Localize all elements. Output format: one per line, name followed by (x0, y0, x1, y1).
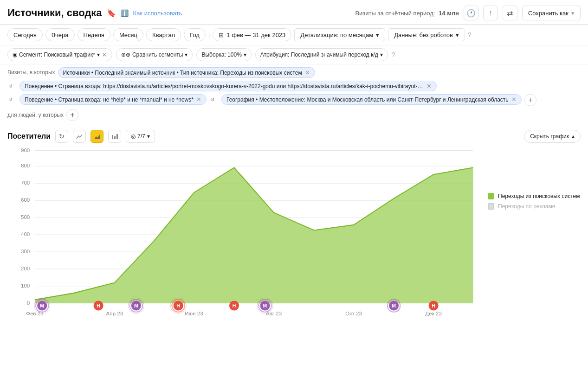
svg-text:500: 500 (21, 214, 30, 220)
visits-in-label: Визиты, в которых (7, 67, 55, 77)
date-range-button[interactable]: ⊞ 1 фев — 31 дек 2023 (213, 28, 291, 41)
svg-text:М: М (40, 303, 44, 308)
page-title: Источники, сводка (7, 7, 102, 19)
how-to-use-link[interactable]: Как использовать (133, 10, 182, 17)
add-condition-button[interactable]: + (524, 94, 536, 106)
compare-button[interactable]: ⊕⊕ Сравнить сегменты ▾ (116, 48, 193, 61)
svg-text:Дек 23: Дек 23 (425, 310, 442, 316)
detail-button[interactable]: Детализация: по месяцам ▾ (294, 28, 385, 41)
pill-close-icon[interactable]: ✕ (305, 69, 310, 76)
filter-icon: ◎ (131, 133, 136, 140)
and-label-2: и (7, 94, 17, 104)
svg-rect-1 (112, 135, 113, 139)
svg-text:Н: Н (176, 303, 180, 308)
chevron-down-icon: ▾ (456, 32, 459, 38)
condition-pill-3b[interactable]: География • Местоположение: Москва и Мос… (221, 94, 522, 105)
svg-text:300: 300 (21, 248, 30, 254)
pill-close-icon[interactable]: ✕ (426, 83, 432, 90)
line-chart-icon (76, 133, 83, 140)
svg-text:400: 400 (21, 231, 30, 237)
condition-row-3: и Поведение • Страница входа: не *help* … (7, 94, 581, 106)
bar-chart-button[interactable] (108, 130, 121, 143)
period-quarter[interactable]: Квартал (146, 28, 181, 41)
svg-text:Окт 23: Окт 23 (345, 310, 362, 316)
chart-wrap: 0 100 200 300 400 500 600 700 800 900 (7, 147, 478, 324)
export-button[interactable]: ↑ (483, 6, 498, 20)
chart-svg: 0 100 200 300 400 500 600 700 800 900 (7, 147, 478, 323)
condition-row-people: для людей, у которых + (7, 109, 581, 121)
svg-text:900: 900 (21, 147, 30, 153)
chevron-down-icon: ▾ (380, 51, 383, 58)
area-chart-button[interactable] (90, 130, 103, 143)
and-label: и (7, 81, 17, 91)
and-label-3: и (209, 94, 219, 104)
filter-bar: ◉ Сегмент: Поисковый трафик* ▾ ✕ ⊕⊕ Срав… (0, 45, 588, 64)
svg-text:0: 0 (27, 300, 30, 306)
svg-text:М: М (392, 303, 396, 308)
visits-label: Визиты за отчётный период: 14 млн (355, 10, 459, 17)
svg-rect-2 (114, 136, 116, 139)
svg-text:Н: Н (233, 303, 236, 308)
period-year[interactable]: Год (184, 28, 206, 41)
condition-row-1: Визиты, в которых Источники • Последний … (7, 67, 581, 78)
conditions-area: Визиты, в которых Источники • Последний … (0, 64, 588, 124)
add-people-condition-button[interactable]: + (66, 109, 78, 121)
people-label: для людей, у которых (7, 112, 64, 118)
chart-area (35, 167, 473, 303)
segment-button[interactable]: ◉ Сегмент: Поисковый трафик* ▾ ✕ (7, 48, 112, 61)
separator: | (208, 32, 210, 38)
segment-close-icon[interactable]: ✕ (102, 51, 107, 58)
legend-item-2: Переходы по рекламе (488, 203, 581, 210)
bar-chart-icon (111, 133, 118, 140)
svg-text:М: М (134, 303, 138, 308)
period-yesterday[interactable]: Вчера (45, 28, 75, 41)
line-chart-button[interactable] (73, 130, 86, 143)
chevron-down-icon: ▾ (147, 133, 150, 140)
condition-pill-2[interactable]: Поведение • Страница входа: https://dost… (19, 81, 437, 91)
chart-header: Посетители ↻ ◎ 7/7 ▾ Скрыть график ▴ (7, 130, 581, 143)
chevron-up-icon: ▴ (572, 133, 575, 140)
period-month[interactable]: Месяц (113, 28, 143, 41)
period-week[interactable]: Неделя (78, 28, 110, 41)
period-bar: Сегодня Вчера Неделя Месяц Квартал Год |… (0, 25, 588, 45)
refresh-chart-button[interactable]: ↻ (55, 130, 68, 143)
svg-rect-3 (116, 134, 118, 139)
chart-legend: Переходы из поисковых систем Переходы по… (488, 147, 581, 324)
svg-text:600: 600 (21, 197, 30, 203)
condition-pill-3a[interactable]: Поведение • Страница входа: не *help* и … (19, 94, 207, 105)
condition-pill-1[interactable]: Источники • Последний значимый источник … (58, 67, 315, 78)
svg-text:Н: Н (432, 303, 435, 308)
pill-close-icon[interactable]: ✕ (511, 96, 517, 103)
chevron-down-icon: ▾ (244, 51, 246, 58)
chevron-down-icon: ▾ (97, 51, 100, 58)
period-today[interactable]: Сегодня (7, 28, 43, 41)
legend-check-2[interactable] (488, 203, 494, 210)
share-button[interactable]: ⇄ (503, 6, 517, 20)
attr-button[interactable]: Атрибуция: Последний значимый переход к/… (255, 48, 388, 61)
save-as-button[interactable]: Сохранить как ▾ (522, 6, 581, 20)
svg-text:М: М (263, 303, 267, 308)
page-header: Источники, сводка 🔖 ℹ️ Как использовать … (0, 0, 588, 25)
attr-help-icon[interactable]: ? (392, 51, 395, 58)
bookmark-icon[interactable]: 🔖 (107, 9, 116, 18)
metrics-count-button[interactable]: ◎ 7/7 ▾ (126, 130, 155, 143)
legend-check-1[interactable] (488, 193, 494, 199)
hide-chart-button[interactable]: Скрыть график ▴ (524, 130, 581, 143)
help-icon[interactable]: ? (468, 31, 472, 38)
svg-text:Июн 23: Июн 23 (185, 310, 203, 316)
calendar-icon: ⊞ (219, 32, 224, 38)
sample-button[interactable]: Выборка: 100% ▾ (196, 48, 251, 61)
svg-text:200: 200 (21, 265, 30, 271)
chevron-down-icon: ▾ (185, 51, 187, 58)
condition-row-2: и Поведение • Страница входа: https://do… (7, 81, 581, 91)
info-icon: ℹ️ (121, 9, 129, 17)
svg-text:Апр 23: Апр 23 (106, 310, 123, 316)
clock-button[interactable]: 🕐 (464, 6, 478, 20)
data-button[interactable]: Данные: без роботов ▾ (388, 28, 465, 41)
svg-text:800: 800 (21, 162, 30, 168)
header-right: Визиты за отчётный период: 14 млн 🕐 ↑ ⇄ … (355, 6, 581, 20)
svg-marker-0 (94, 134, 100, 139)
legend-label-1: Переходы из поисковых систем (498, 193, 580, 199)
chevron-down-icon: ▾ (376, 32, 379, 38)
pill-close-icon[interactable]: ✕ (196, 96, 201, 103)
